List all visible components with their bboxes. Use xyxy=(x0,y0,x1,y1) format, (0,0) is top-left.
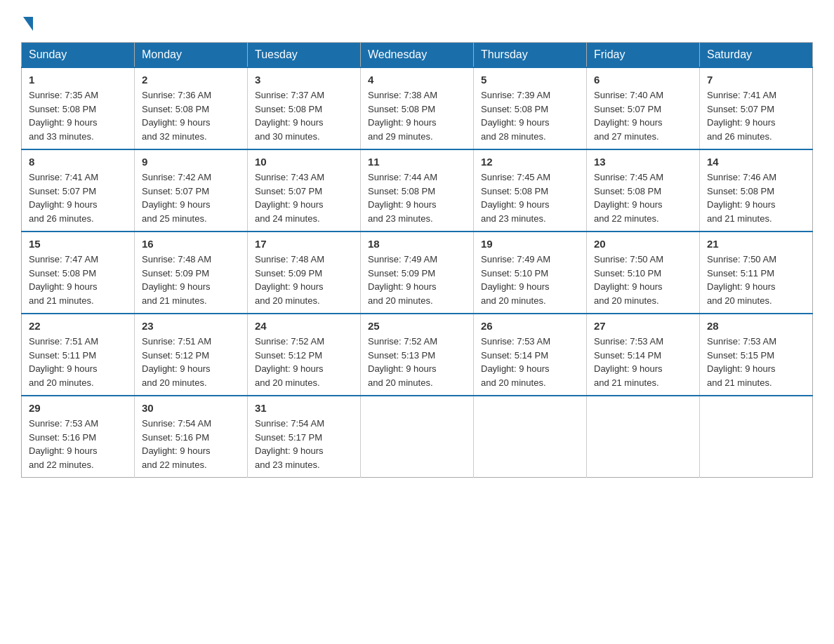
day-number: 3 xyxy=(255,74,353,86)
calendar-cell: 13 Sunrise: 7:45 AM Sunset: 5:08 PM Dayl… xyxy=(587,149,700,232)
calendar-cell: 21 Sunrise: 7:50 AM Sunset: 5:11 PM Dayl… xyxy=(700,232,813,314)
calendar-cell xyxy=(361,396,474,478)
day-info: Sunrise: 7:36 AM Sunset: 5:08 PM Dayligh… xyxy=(142,88,240,143)
weekday-header-tuesday: Tuesday xyxy=(248,43,361,68)
calendar-cell: 3 Sunrise: 7:37 AM Sunset: 5:08 PM Dayli… xyxy=(248,67,361,149)
calendar-table: SundayMondayTuesdayWednesdayThursdayFrid… xyxy=(21,42,813,478)
calendar-cell: 4 Sunrise: 7:38 AM Sunset: 5:08 PM Dayli… xyxy=(361,67,474,149)
day-info: Sunrise: 7:50 AM Sunset: 5:10 PM Dayligh… xyxy=(594,253,692,307)
calendar-cell: 14 Sunrise: 7:46 AM Sunset: 5:08 PM Dayl… xyxy=(700,149,813,232)
calendar-week-row: 22 Sunrise: 7:51 AM Sunset: 5:11 PM Dayl… xyxy=(22,314,813,396)
day-info: Sunrise: 7:38 AM Sunset: 5:08 PM Dayligh… xyxy=(368,88,466,143)
day-info: Sunrise: 7:48 AM Sunset: 5:09 PM Dayligh… xyxy=(142,253,240,307)
calendar-cell: 23 Sunrise: 7:51 AM Sunset: 5:12 PM Dayl… xyxy=(135,314,248,396)
day-number: 23 xyxy=(142,320,240,332)
calendar-cell: 17 Sunrise: 7:48 AM Sunset: 5:09 PM Dayl… xyxy=(248,232,361,314)
weekday-header-saturday: Saturday xyxy=(700,43,813,68)
calendar-cell: 22 Sunrise: 7:51 AM Sunset: 5:11 PM Dayl… xyxy=(22,314,135,396)
weekday-header-row: SundayMondayTuesdayWednesdayThursdayFrid… xyxy=(22,43,813,68)
calendar-cell: 25 Sunrise: 7:52 AM Sunset: 5:13 PM Dayl… xyxy=(361,314,474,396)
calendar-cell: 1 Sunrise: 7:35 AM Sunset: 5:08 PM Dayli… xyxy=(22,67,135,149)
day-number: 31 xyxy=(255,402,353,414)
day-number: 12 xyxy=(481,156,579,168)
day-info: Sunrise: 7:42 AM Sunset: 5:07 PM Dayligh… xyxy=(142,170,240,225)
calendar-week-row: 29 Sunrise: 7:53 AM Sunset: 5:16 PM Dayl… xyxy=(22,396,813,478)
day-number: 17 xyxy=(255,238,353,250)
day-number: 26 xyxy=(481,320,579,332)
day-number: 29 xyxy=(29,402,127,414)
calendar-week-row: 15 Sunrise: 7:47 AM Sunset: 5:08 PM Dayl… xyxy=(22,232,813,314)
calendar-cell: 15 Sunrise: 7:47 AM Sunset: 5:08 PM Dayl… xyxy=(22,232,135,314)
calendar-cell: 16 Sunrise: 7:48 AM Sunset: 5:09 PM Dayl… xyxy=(135,232,248,314)
day-number: 13 xyxy=(594,156,692,168)
day-info: Sunrise: 7:54 AM Sunset: 5:17 PM Dayligh… xyxy=(255,417,353,471)
weekday-header-monday: Monday xyxy=(135,43,248,68)
day-number: 4 xyxy=(368,74,466,86)
day-info: Sunrise: 7:53 AM Sunset: 5:14 PM Dayligh… xyxy=(481,335,579,389)
calendar-cell xyxy=(700,396,813,478)
day-info: Sunrise: 7:49 AM Sunset: 5:09 PM Dayligh… xyxy=(368,253,466,307)
calendar-cell: 11 Sunrise: 7:44 AM Sunset: 5:08 PM Dayl… xyxy=(361,149,474,232)
day-info: Sunrise: 7:45 AM Sunset: 5:08 PM Dayligh… xyxy=(481,170,579,225)
day-info: Sunrise: 7:40 AM Sunset: 5:07 PM Dayligh… xyxy=(594,88,692,143)
day-number: 19 xyxy=(481,238,579,250)
calendar-cell: 8 Sunrise: 7:41 AM Sunset: 5:07 PM Dayli… xyxy=(22,149,135,232)
day-number: 11 xyxy=(368,156,466,168)
day-info: Sunrise: 7:45 AM Sunset: 5:08 PM Dayligh… xyxy=(594,170,692,225)
day-info: Sunrise: 7:39 AM Sunset: 5:08 PM Dayligh… xyxy=(481,88,579,143)
calendar-cell: 12 Sunrise: 7:45 AM Sunset: 5:08 PM Dayl… xyxy=(474,149,587,232)
calendar-cell: 24 Sunrise: 7:52 AM Sunset: 5:12 PM Dayl… xyxy=(248,314,361,396)
calendar-cell xyxy=(587,396,700,478)
day-info: Sunrise: 7:52 AM Sunset: 5:12 PM Dayligh… xyxy=(255,335,353,389)
calendar-cell xyxy=(474,396,587,478)
day-info: Sunrise: 7:46 AM Sunset: 5:08 PM Dayligh… xyxy=(707,170,805,225)
day-number: 10 xyxy=(255,156,353,168)
day-number: 1 xyxy=(29,74,127,86)
day-number: 16 xyxy=(142,238,240,250)
day-info: Sunrise: 7:41 AM Sunset: 5:07 PM Dayligh… xyxy=(707,88,805,143)
day-number: 14 xyxy=(707,156,805,168)
calendar-cell: 30 Sunrise: 7:54 AM Sunset: 5:16 PM Dayl… xyxy=(135,396,248,478)
day-info: Sunrise: 7:50 AM Sunset: 5:11 PM Dayligh… xyxy=(707,253,805,307)
day-number: 18 xyxy=(368,238,466,250)
day-info: Sunrise: 7:37 AM Sunset: 5:08 PM Dayligh… xyxy=(255,88,353,143)
day-info: Sunrise: 7:51 AM Sunset: 5:12 PM Dayligh… xyxy=(142,335,240,389)
day-info: Sunrise: 7:44 AM Sunset: 5:08 PM Dayligh… xyxy=(368,170,466,225)
page-header xyxy=(21,14,813,28)
calendar-cell: 29 Sunrise: 7:53 AM Sunset: 5:16 PM Dayl… xyxy=(22,396,135,478)
day-info: Sunrise: 7:48 AM Sunset: 5:09 PM Dayligh… xyxy=(255,253,353,307)
day-info: Sunrise: 7:53 AM Sunset: 5:16 PM Dayligh… xyxy=(29,417,127,471)
day-info: Sunrise: 7:53 AM Sunset: 5:14 PM Dayligh… xyxy=(594,335,692,389)
calendar-cell: 10 Sunrise: 7:43 AM Sunset: 5:07 PM Dayl… xyxy=(248,149,361,232)
calendar-cell: 2 Sunrise: 7:36 AM Sunset: 5:08 PM Dayli… xyxy=(135,67,248,149)
calendar-cell: 5 Sunrise: 7:39 AM Sunset: 5:08 PM Dayli… xyxy=(474,67,587,149)
calendar-cell: 26 Sunrise: 7:53 AM Sunset: 5:14 PM Dayl… xyxy=(474,314,587,396)
day-number: 20 xyxy=(594,238,692,250)
day-number: 8 xyxy=(29,156,127,168)
day-number: 27 xyxy=(594,320,692,332)
logo xyxy=(21,14,33,28)
day-info: Sunrise: 7:41 AM Sunset: 5:07 PM Dayligh… xyxy=(29,170,127,225)
day-info: Sunrise: 7:35 AM Sunset: 5:08 PM Dayligh… xyxy=(29,88,127,143)
weekday-header-thursday: Thursday xyxy=(474,43,587,68)
day-info: Sunrise: 7:51 AM Sunset: 5:11 PM Dayligh… xyxy=(29,335,127,389)
weekday-header-wednesday: Wednesday xyxy=(361,43,474,68)
day-info: Sunrise: 7:43 AM Sunset: 5:07 PM Dayligh… xyxy=(255,170,353,225)
day-number: 6 xyxy=(594,74,692,86)
day-number: 15 xyxy=(29,238,127,250)
day-number: 25 xyxy=(368,320,466,332)
day-info: Sunrise: 7:47 AM Sunset: 5:08 PM Dayligh… xyxy=(29,253,127,307)
day-number: 7 xyxy=(707,74,805,86)
calendar-cell: 27 Sunrise: 7:53 AM Sunset: 5:14 PM Dayl… xyxy=(587,314,700,396)
weekday-header-sunday: Sunday xyxy=(22,43,135,68)
day-info: Sunrise: 7:53 AM Sunset: 5:15 PM Dayligh… xyxy=(707,335,805,389)
day-info: Sunrise: 7:52 AM Sunset: 5:13 PM Dayligh… xyxy=(368,335,466,389)
day-number: 22 xyxy=(29,320,127,332)
calendar-week-row: 8 Sunrise: 7:41 AM Sunset: 5:07 PM Dayli… xyxy=(22,149,813,232)
day-number: 5 xyxy=(481,74,579,86)
calendar-cell: 9 Sunrise: 7:42 AM Sunset: 5:07 PM Dayli… xyxy=(135,149,248,232)
day-number: 9 xyxy=(142,156,240,168)
calendar-cell: 7 Sunrise: 7:41 AM Sunset: 5:07 PM Dayli… xyxy=(700,67,813,149)
day-number: 21 xyxy=(707,238,805,250)
calendar-cell: 20 Sunrise: 7:50 AM Sunset: 5:10 PM Dayl… xyxy=(587,232,700,314)
